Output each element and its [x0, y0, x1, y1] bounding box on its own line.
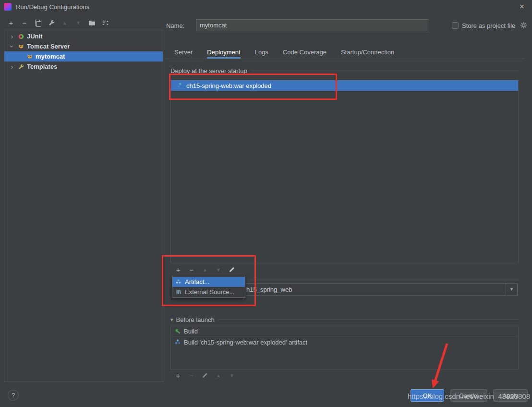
copy-icon — [35, 20, 41, 26]
chevron-down-icon[interactable]: ▾ — [170, 317, 173, 323]
section-divider — [251, 71, 519, 71]
application-context-combo[interactable]: h15_spring_web ▼ — [221, 283, 518, 296]
tab-code-coverage[interactable]: Code Coverage — [283, 45, 326, 59]
chevron-right-icon[interactable]: › — [9, 63, 15, 70]
edit-task-pencil-icon[interactable] — [201, 371, 209, 380]
tomcat-icon — [17, 43, 24, 50]
annotation-arrow — [420, 338, 454, 392]
sort-configurations-icon[interactable] — [101, 18, 109, 27]
before-launch-label: Before launch — [176, 316, 215, 323]
intellij-logo-icon — [4, 3, 12, 11]
tomcat-icon — [26, 53, 33, 60]
configurations-toolbar: + − ▲ ▼ — [7, 18, 109, 27]
annotation-box-artifact-row — [169, 74, 337, 100]
tree-item-label: Tomcat Server — [27, 43, 70, 50]
section-divider — [218, 320, 519, 320]
chevron-right-icon[interactable]: › — [9, 33, 15, 40]
tab-server[interactable]: Server — [174, 45, 193, 59]
before-launch-item-label: Build — [184, 328, 198, 335]
help-icon: ? — [12, 392, 15, 399]
combo-dropdown-button[interactable]: ▼ — [506, 284, 517, 295]
store-as-project-file-label: Store as project file — [462, 22, 515, 29]
help-button[interactable]: ? — [8, 390, 19, 401]
folder-icon — [88, 19, 96, 26]
tree-item-tomcat-server[interactable]: › Tomcat Server — [4, 41, 163, 51]
store-settings-gear-icon[interactable] — [520, 22, 527, 30]
wrench-icon — [48, 19, 55, 26]
close-icon[interactable]: × — [517, 1, 527, 12]
chevron-down-icon[interactable]: › — [9, 44, 16, 49]
templates-wrench-icon — [17, 63, 24, 70]
tree-item-label: Templates — [27, 63, 57, 70]
create-folder-icon[interactable] — [87, 18, 96, 27]
tab-deployment[interactable]: Deployment — [207, 45, 240, 59]
configuration-tabs: Server Deployment Logs Code Coverage Sta… — [166, 45, 394, 59]
name-label: Name: — [166, 22, 184, 29]
edit-templates-wrench-icon[interactable] — [47, 18, 56, 27]
before-launch-header[interactable]: ▾ Before launch — [170, 316, 519, 323]
junit-icon — [17, 33, 24, 40]
tree-item-mytomcat[interactable]: mytomcat — [4, 51, 163, 62]
title-bar: Run/Debug Configurations × — [0, 0, 532, 13]
move-down-icon[interactable]: ▼ — [228, 371, 236, 380]
tabs-divider — [166, 59, 525, 59]
add-task-icon[interactable]: + — [174, 371, 182, 380]
application-context-value: h15_spring_web — [221, 286, 506, 293]
name-input[interactable] — [196, 19, 429, 31]
artifact-icon — [174, 339, 181, 346]
watermark: https://blog.csdn.net/weixin_43823808 — [379, 392, 530, 400]
dialog-title: Run/Debug Configurations — [16, 3, 89, 11]
annotation-box-popup — [162, 255, 256, 306]
sort-icon — [102, 19, 109, 26]
tree-item-label: JUnit — [27, 33, 43, 40]
add-configuration-icon[interactable]: + — [7, 18, 15, 27]
before-launch-item-build-artifact[interactable]: Build 'ch15-spring-web:war exploded' art… — [171, 337, 518, 347]
move-up-icon[interactable]: ▲ — [214, 371, 223, 380]
move-up-icon[interactable]: ▲ — [60, 18, 69, 27]
before-launch-list: Build Build 'ch15-spring-web:war explode… — [170, 326, 519, 370]
deployment-artifact-list: ch15-spring-web:war exploded — [170, 80, 519, 263]
tree-item-templates[interactable]: › Templates — [4, 62, 163, 72]
hammer-icon — [174, 328, 181, 335]
tree-item-label: mytomcat — [36, 53, 65, 60]
remove-task-icon[interactable]: − — [187, 371, 196, 380]
before-launch-toolbar: + − ▲ ▼ — [174, 371, 236, 380]
tab-logs[interactable]: Logs — [255, 45, 268, 59]
chevron-down-icon: ▼ — [509, 287, 514, 292]
tab-startup-connection[interactable]: Startup/Connection — [341, 45, 394, 59]
store-as-project-file-checkbox[interactable] — [452, 22, 459, 29]
move-down-icon[interactable]: ▼ — [74, 18, 83, 27]
run-debug-configurations-dialog: Run/Debug Configurations × + − ▲ ▼ › JUn… — [0, 0, 532, 407]
before-launch-item-label: Build 'ch15-spring-web:war exploded' art… — [184, 339, 307, 346]
copy-configuration-icon[interactable] — [34, 18, 42, 27]
before-launch-item-build[interactable]: Build — [171, 326, 518, 337]
configurations-tree: › JUnit › Tomcat Server mytomcat › Templ… — [4, 30, 163, 382]
remove-configuration-icon[interactable]: − — [20, 18, 29, 27]
tree-item-junit[interactable]: › JUnit — [4, 31, 163, 41]
